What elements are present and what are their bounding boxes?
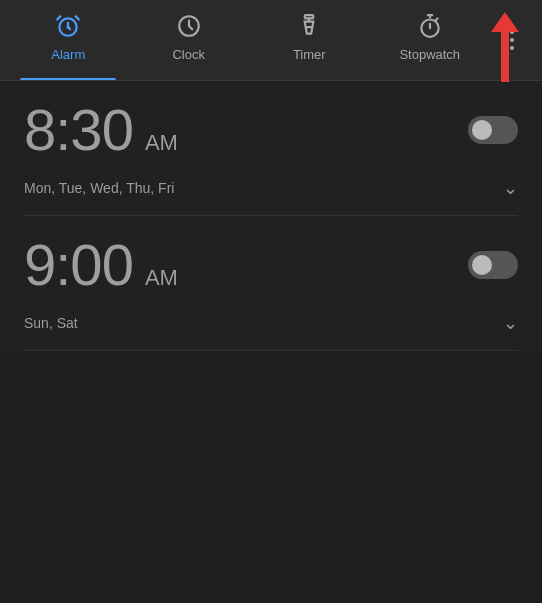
- tab-timer[interactable]: Timer: [249, 0, 370, 80]
- alarm-2-expand-icon: ⌄: [503, 312, 518, 334]
- alarm-2-top-row: 9:00 AM: [24, 236, 518, 294]
- alarm-list: 8:30 AM Mon, Tue, Wed, Thu, Fri ⌄ 9:00 A…: [0, 81, 542, 351]
- tab-stopwatch-label: Stopwatch: [399, 47, 460, 62]
- tab-clock[interactable]: Clock: [129, 0, 250, 80]
- timer-icon: [296, 13, 322, 43]
- more-menu-button[interactable]: [490, 0, 534, 80]
- svg-point-1: [68, 26, 69, 27]
- alarm-2-time[interactable]: 9:00 AM: [24, 236, 178, 294]
- alarm-item-1: 8:30 AM Mon, Tue, Wed, Thu, Fri ⌄: [0, 81, 542, 215]
- alarm-1-ampm: AM: [145, 130, 178, 156]
- alarm-1-days-row[interactable]: Mon, Tue, Wed, Thu, Fri ⌄: [24, 167, 518, 215]
- alarm-1-expand-icon: ⌄: [503, 177, 518, 199]
- alarm-1-days: Mon, Tue, Wed, Thu, Fri: [24, 180, 174, 196]
- stopwatch-icon: [417, 13, 443, 43]
- tab-stopwatch[interactable]: Stopwatch: [370, 0, 491, 80]
- alarm-1-toggle-thumb: [472, 120, 492, 140]
- alarm-item-2: 9:00 AM Sun, Sat ⌄: [0, 216, 542, 350]
- alarm-separator-2: [24, 350, 518, 351]
- alarm-2-days: Sun, Sat: [24, 315, 78, 331]
- tab-alarm[interactable]: Alarm: [8, 0, 129, 80]
- alarm-2-time-value: 9:00: [24, 236, 133, 294]
- alarm-2-days-row[interactable]: Sun, Sat ⌄: [24, 302, 518, 350]
- alarm-1-top-row: 8:30 AM: [24, 101, 518, 159]
- alarm-1-toggle[interactable]: [468, 116, 518, 144]
- top-navigation: Alarm Clock Timer: [0, 0, 542, 80]
- alarm-2-toggle[interactable]: [468, 251, 518, 279]
- three-dots-icon: [510, 30, 514, 50]
- alarm-2-ampm: AM: [145, 265, 178, 291]
- alarm-1-time[interactable]: 8:30 AM: [24, 101, 178, 159]
- alarm-2-toggle-thumb: [472, 255, 492, 275]
- clock-icon: [176, 13, 202, 43]
- tab-clock-label: Clock: [172, 47, 205, 62]
- alarm-icon: [55, 13, 81, 43]
- tab-timer-label: Timer: [293, 47, 326, 62]
- tab-alarm-label: Alarm: [51, 47, 85, 62]
- alarm-1-time-value: 8:30: [24, 101, 133, 159]
